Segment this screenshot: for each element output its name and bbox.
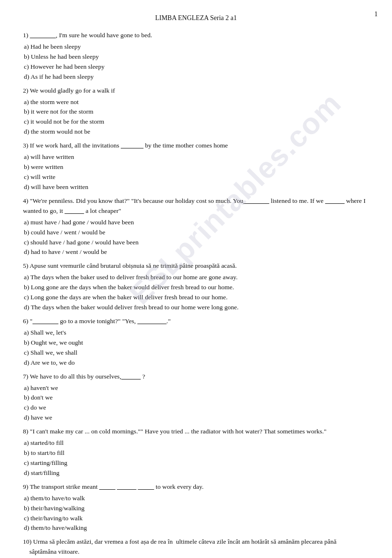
question-3-text: 3) If we work hard, all the invitations … — [23, 141, 369, 151]
q5-option-d: d) The days when the baker would deliver… — [24, 303, 369, 313]
q4-option-d: d) had to have / went / would be — [24, 247, 369, 257]
question-8: 8) "I can't make my car ... on cold morn… — [23, 427, 369, 478]
page-title: LIMBA ENGLEZA Seria 2 a1 — [23, 14, 369, 22]
q6-option-c: c) Shall we, we shall — [24, 348, 369, 358]
question-6-text: 6) "________ go to a movie tonight?" "Ye… — [23, 316, 369, 326]
question-4-text: 4) "We're penniless. Did you know that?"… — [23, 196, 369, 216]
q5-option-b: b) Long gone are the days when the baker… — [24, 283, 369, 293]
q4-option-c: c) should have / had gone / would have b… — [24, 238, 369, 248]
questions-container: 1) ________, I'm sure he would have gone… — [23, 31, 369, 558]
q4-option-a: a) must have / had gone / would have bee… — [24, 218, 369, 228]
question-5: 5) Apuse sunt vremurile când brutarul ob… — [23, 261, 369, 313]
question-1: 1) ________, I'm sure he would have gone… — [23, 31, 369, 82]
q5-option-c: c) Long gone the days are when the baker… — [24, 293, 369, 303]
q1-option-b: b) Unless he had been sleepy — [24, 52, 369, 62]
question-9-text: 9) The transport strike meant _____ ____… — [23, 482, 369, 492]
q7-option-d: d) have we — [24, 413, 369, 423]
question-10: 10) Urma să plecăm astăzi, dar vremea a … — [23, 537, 369, 558]
question-7: 7) We have to do all this by ourselves,_… — [23, 372, 369, 423]
page-number: 1 — [374, 11, 378, 18]
q2-option-b: b) it were not for the storm — [24, 107, 369, 117]
q6-option-b: b) Ought we, we ought — [24, 338, 369, 348]
q1-option-a: a) Had he been sleepy — [24, 42, 369, 52]
question-10-text: 10) Urma să plecăm astăzi, dar vremea a … — [23, 537, 369, 557]
q9-option-c: c) their/having/to walk — [24, 514, 369, 524]
q6-option-a: a) Shall we, let's — [24, 328, 369, 338]
q5-option-a: a) The days when the baker used to deliv… — [24, 273, 369, 283]
question-8-text: 8) "I can't make my car ... on cold morn… — [23, 427, 369, 437]
q9-option-d: d) them/to have/walking — [24, 523, 369, 533]
q2-option-c: c) it would not be for the storm — [24, 117, 369, 127]
q3-option-d: d) will have been written — [24, 182, 369, 192]
q8-option-c: c) starting/filling — [24, 458, 369, 468]
question-7-text: 7) We have to do all this by ourselves,_… — [23, 372, 369, 382]
question-9: 9) The transport strike meant _____ ____… — [23, 482, 369, 534]
q8-option-b: b) to start/to fill — [24, 448, 369, 458]
q7-option-b: b) don't we — [24, 393, 369, 403]
q6-option-d: d) Are we to, we do — [24, 358, 369, 368]
q7-option-c: c) do we — [24, 403, 369, 413]
question-2: 2) We would gladly go for a walk if a) t… — [23, 86, 369, 137]
q2-option-d: d) the storm would not be — [24, 127, 369, 137]
question-6: 6) "________ go to a movie tonight?" "Ye… — [23, 316, 369, 368]
question-4: 4) "We're penniless. Did you know that?"… — [23, 196, 369, 258]
q8-option-d: d) start/filling — [24, 468, 369, 478]
q1-option-c: c) However he had been sleepy — [24, 62, 369, 72]
q8-option-a: a) started/to fill — [24, 438, 369, 448]
question-3: 3) If we work hard, all the invitations … — [23, 141, 369, 192]
q9-option-b: b) their/having/walking — [24, 504, 369, 514]
q7-option-a: a) haven't we — [24, 383, 369, 393]
q3-option-a: a) will have written — [24, 152, 369, 162]
question-5-text: 5) Apuse sunt vremurile când brutarul ob… — [23, 261, 369, 271]
question-2-text: 2) We would gladly go for a walk if — [23, 86, 369, 96]
q3-option-c: c) will write — [24, 172, 369, 182]
q1-option-d: d) As if he had been sleepy — [24, 72, 369, 82]
q3-option-b: b) were written — [24, 162, 369, 172]
q4-option-b: b) could have / went / would be — [24, 228, 369, 238]
q2-option-a: a) the storm were not — [24, 97, 369, 107]
question-1-text: 1) ________, I'm sure he would have gone… — [23, 31, 369, 41]
q9-option-a: a) them/to have/to walk — [24, 494, 369, 504]
